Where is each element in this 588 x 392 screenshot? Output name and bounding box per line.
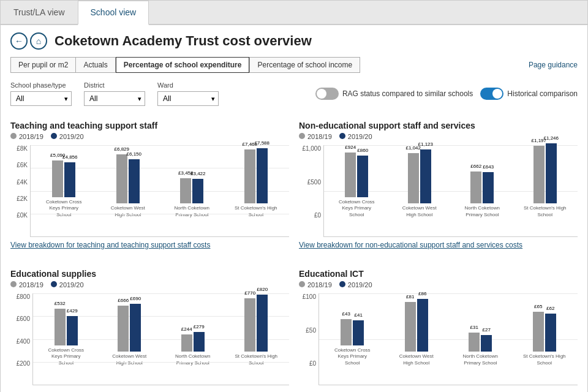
legend-2019-20-ne: 2019/20	[339, 133, 372, 140]
filter-tab-per-pupil[interactable]: Per pupil or m2	[10, 57, 75, 73]
ne-school-1: £924 £860 Coketown Cross Keys Primary Sc…	[326, 153, 387, 218]
es-school-3: £244 £279 North Coketown Primary School	[162, 332, 224, 366]
district-label: District	[84, 81, 145, 89]
educational-supplies-chart: £800£600£400£200 £532	[10, 293, 289, 385]
ward-select[interactable]: All	[157, 91, 219, 106]
educational-supplies-chart-section: Educational supplies 2018/19 2019/20 £80…	[10, 264, 289, 390]
ward-filter: Ward All	[157, 81, 219, 106]
page-title: Coketown Academy Trust cost overview	[55, 33, 312, 49]
teaching-breakdown-link[interactable]: View breakdown for teaching and teaching…	[10, 241, 289, 249]
district-select[interactable]: All	[84, 91, 145, 106]
ne-school-2: £1,042 £1,123 Coketown West High School	[390, 149, 450, 218]
legend-2019-20-es: 2019/20	[51, 281, 84, 288]
phase-select[interactable]: All	[10, 91, 72, 106]
phase-select-wrapper: All	[10, 91, 72, 106]
teaching-chart: £8K£6K£4K£2K£0K	[10, 145, 289, 237]
legend-2019-20: 2019/20	[51, 133, 84, 140]
non-educational-chart-title: Non-educational support staff and servic…	[299, 121, 578, 130]
main-content: ← ⌂ Coketown Academy Trust cost overview…	[1, 25, 587, 392]
legend-2018-19-ict: 2018/19	[299, 281, 332, 288]
educational-supplies-legend: 2018/19 2019/20	[10, 281, 289, 288]
teaching-school-2: £6,829 £6,150 Coketown West High School	[97, 154, 159, 218]
back-button[interactable]: ←	[10, 32, 28, 50]
ict-school-3: £31 £27 North Coketown Primary School	[450, 333, 511, 366]
filter-tab-pct-income[interactable]: Percentage of school income	[249, 57, 360, 73]
historical-toggle-group: Historical comparison	[480, 88, 578, 100]
phase-filter: School phase/type All	[10, 81, 72, 106]
tab-trust-la[interactable]: Trust/LA view	[1, 1, 78, 24]
educational-ict-chart-section: Educational ICT 2018/19 2019/20 £100£50£…	[299, 264, 578, 390]
educational-ict-chart: £100£50£0 £43	[299, 293, 578, 385]
legend-2018-19-ne: 2018/19	[299, 133, 332, 140]
legend-2018-19-es: 2018/19	[10, 281, 43, 288]
district-select-wrapper: All	[84, 91, 145, 106]
non-educational-breakdown-link[interactable]: View breakdown for non-educational suppo…	[299, 241, 578, 249]
teaching-school-4: £7,468 £7,588 St Coketown's High School	[225, 148, 287, 218]
ict-school-2: £81 £86 Coketown West High School	[386, 299, 448, 366]
teaching-legend: 2018/19 2019/20	[10, 133, 289, 140]
es-school-2: £666 £690 Coketown West High School	[99, 304, 160, 366]
historical-toggle[interactable]	[480, 88, 503, 100]
charts-grid: Teaching and teaching support staff 2018…	[10, 116, 578, 390]
rag-label: RAG status compared to similar schools	[342, 89, 473, 98]
ne-school-3: £662 £643 North Coketown Primary School	[452, 172, 513, 218]
ict-school-1: £43 £41 Coketown Cross Keys Primary Scho…	[322, 319, 383, 366]
teaching-chart-title: Teaching and teaching support staff	[10, 121, 289, 130]
educational-ict-chart-title: Educational ICT	[299, 269, 578, 279]
teaching-school-1: £5,090 £4,856 Coketown Cross Keys Primar…	[33, 160, 95, 218]
top-tabs: Trust/LA view School view	[1, 1, 587, 25]
filters-row: School phase/type All District All Ward	[10, 81, 578, 106]
educational-supplies-chart-title: Educational supplies	[10, 269, 289, 279]
phase-label: School phase/type	[10, 81, 72, 89]
non-educational-chart: £1,000£500£0 £924	[299, 145, 578, 237]
non-educational-chart-section: Non-educational support staff and servic…	[299, 116, 578, 254]
ward-label: Ward	[157, 81, 219, 89]
teaching-school-3: £3,458 £3,422 North Coketown Primary Sch…	[161, 178, 223, 218]
page-guidance-link[interactable]: Page guidance	[529, 61, 578, 69]
filter-tabs-row: Per pupil or m2 Actuals Percentage of sc…	[10, 57, 578, 73]
es-school-1: £532 £429 Coketown Cross Keys Primary Sc…	[36, 309, 97, 366]
legend-2019-20-ict: 2019/20	[339, 281, 372, 288]
filter-tab-pct-expenditure[interactable]: Percentage of school expenditure	[116, 57, 250, 73]
ward-select-wrapper: All	[157, 91, 219, 106]
district-filter: District All	[84, 81, 145, 106]
rag-toggle[interactable]	[315, 88, 339, 100]
teaching-chart-section: Teaching and teaching support staff 2018…	[10, 116, 289, 254]
es-school-4: £770 £820 St Coketown's High School	[226, 295, 287, 366]
toggles-area: RAG status compared to similar schools H…	[315, 88, 578, 100]
legend-2018-19: 2018/19	[10, 133, 43, 140]
ne-school-4: £1,197 £1,246 St Coketown's High School	[515, 143, 576, 218]
filter-tab-actuals[interactable]: Actuals	[75, 57, 115, 73]
main-container: Trust/LA view School view ← ⌂ Coketown A…	[0, 0, 588, 392]
educational-ict-legend: 2018/19 2019/20	[299, 281, 578, 288]
tab-school-view[interactable]: School view	[78, 1, 149, 25]
rag-toggle-group: RAG status compared to similar schools	[315, 88, 473, 100]
page-header: ← ⌂ Coketown Academy Trust cost overview	[10, 32, 578, 50]
home-button[interactable]: ⌂	[30, 32, 47, 50]
historical-label: Historical comparison	[507, 89, 578, 98]
nav-buttons: ← ⌂	[10, 32, 47, 50]
